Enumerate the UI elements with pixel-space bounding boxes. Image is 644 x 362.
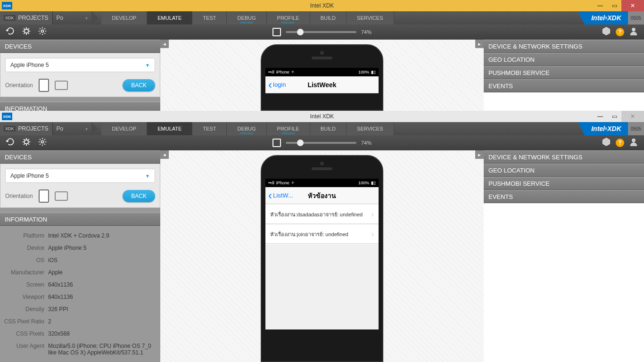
phone-status-bar: ••ılliPhoneᯤ 100%▮▯ <box>265 179 379 187</box>
maximize-button[interactable]: ▭ <box>607 0 621 11</box>
device-select[interactable]: Apple iPhone 5 ▼ <box>5 58 155 72</box>
orientation-landscape-button[interactable] <box>55 191 68 201</box>
info-row: Viewport640x1136 <box>3 291 157 303</box>
info-row: DeviceApple iPhone 5 <box>3 242 157 254</box>
list-item[interactable]: หัวเรื่องงาน:dsadadasอาจารย์: undefined <box>265 205 379 224</box>
app-back-link[interactable]: ListW... <box>265 189 296 202</box>
right-panel-events[interactable]: EVENTS <box>484 190 644 203</box>
info-row: OSiOS <box>3 254 157 266</box>
user-icon[interactable] <box>629 26 638 38</box>
devices-panel-header[interactable]: DEVICES <box>0 150 160 164</box>
device-emulator: ••ılliPhoneᯤ 100%▮▯ login ListWeek <box>261 44 383 111</box>
chevron-down-icon: ▼ <box>145 63 150 68</box>
orientation-label: Orientation <box>5 82 33 89</box>
right-panel-geo-location[interactable]: GEO LOCATION <box>484 53 644 66</box>
orientation-landscape-button[interactable] <box>55 81 68 90</box>
device-selected-value: Apple iPhone 5 <box>10 62 49 68</box>
info-row: CSS Pixel Ratio2 <box>3 315 157 328</box>
brand-logo: Intel® XDK <box>585 122 628 135</box>
collapse-right-icon[interactable]: ▸ <box>475 40 484 48</box>
svg-point-5 <box>632 139 636 142</box>
back-button[interactable]: BACK <box>123 190 155 202</box>
tab-emulate[interactable]: EMULATE <box>147 122 192 135</box>
projects-tab[interactable]: XDK PROJECTS <box>0 122 53 135</box>
projects-label: PROJECTS <box>18 125 49 132</box>
brand-version: 0505 <box>628 122 644 135</box>
debug-icon[interactable] <box>22 137 31 148</box>
xdk-badge: XDK <box>4 15 16 21</box>
zoom-slider[interactable] <box>286 31 356 33</box>
back-button[interactable]: BACK <box>123 79 155 91</box>
app-icon: XDK <box>2 113 12 120</box>
tab-test[interactable]: TEST <box>192 122 227 135</box>
minimize-button[interactable]: — <box>593 0 607 11</box>
tab-profile[interactable]: PROFILEPREVIEW <box>267 122 310 135</box>
info-row: ManufacturerApple <box>3 266 157 279</box>
orientation-label: Orientation <box>5 193 33 199</box>
info-row: Screen640x1136 <box>3 279 157 291</box>
list-item[interactable]: หัวเรื่องงาน:joinอาจารย์: undefined <box>265 225 379 244</box>
close-button[interactable]: ✕ <box>621 111 644 122</box>
right-panel-pushmobi-service[interactable]: PUSHMOBI SERVICE <box>484 177 644 190</box>
tab-profile[interactable]: PROFILEPREVIEW <box>267 11 310 25</box>
zoom-value: 74% <box>361 29 372 35</box>
tab-build[interactable]: BUILD <box>310 11 347 25</box>
package-icon[interactable] <box>602 26 611 38</box>
svg-point-1 <box>41 30 44 33</box>
tab-build[interactable]: BUILD <box>310 122 347 135</box>
device-selected-value: Apple iPhone 5 <box>10 173 49 179</box>
debug-icon[interactable] <box>22 26 31 38</box>
help-icon[interactable]: ? <box>616 28 624 36</box>
screen-fit-icon[interactable] <box>272 139 281 147</box>
information-panel-header[interactable]: INFORMATION <box>0 213 160 226</box>
tab-services[interactable]: SERVICES <box>347 122 394 135</box>
settings-icon[interactable] <box>38 137 47 148</box>
right-panel-pushmobi-service[interactable]: PUSHMOBI SERVICE <box>484 66 644 79</box>
brand-version: 0505 <box>628 11 644 25</box>
tab-develop[interactable]: DEVELOP <box>101 11 147 25</box>
devices-panel-header[interactable]: DEVICES <box>0 40 160 53</box>
main-tabbar: XDK PROJECTS Po DEVELOPEMULATETESTDEBUGP… <box>0 11 644 25</box>
package-icon[interactable] <box>602 137 611 148</box>
tab-develop[interactable]: DEVELOP <box>101 122 147 135</box>
right-panel-device-network-settings[interactable]: DEVICE & NETWORK SETTINGS <box>484 150 644 164</box>
close-button[interactable]: ✕ <box>621 0 644 11</box>
orientation-portrait-button[interactable] <box>39 189 49 203</box>
orientation-portrait-button[interactable] <box>39 79 49 92</box>
maximize-button[interactable]: ▭ <box>607 111 621 122</box>
right-panel-events[interactable]: EVENTS <box>484 79 644 92</box>
minimize-button[interactable]: — <box>593 111 607 122</box>
tab-test[interactable]: TEST <box>192 11 227 25</box>
brand-logo: Intel® XDK <box>585 11 628 25</box>
help-icon[interactable]: ? <box>616 139 624 147</box>
chevron-down-icon: ▼ <box>145 173 150 179</box>
reload-icon[interactable] <box>6 137 15 148</box>
project-selector[interactable]: Po <box>53 122 92 135</box>
information-panel-header[interactable]: INFORMATION <box>0 102 160 111</box>
svg-point-4 <box>41 141 44 143</box>
collapse-right-icon[interactable]: ▸ <box>475 150 484 159</box>
project-selector[interactable]: Po <box>53 11 92 25</box>
collapse-left-icon[interactable]: ◂ <box>160 150 169 159</box>
main-tabbar: XDK PROJECTS Po DEVELOPEMULATETESTDEBUGP… <box>0 122 644 135</box>
app-title: หัวข้องาน <box>308 190 336 201</box>
window-title: Intel XDK <box>310 2 334 9</box>
right-panel-geo-location[interactable]: GEO LOCATION <box>484 164 644 177</box>
tab-debug[interactable]: DEBUGPREVIEW <box>227 122 266 135</box>
window-titlebar: XDK Intel XDK — ▭ ✕ <box>0 111 644 122</box>
projects-tab[interactable]: XDK PROJECTS <box>0 11 53 25</box>
tab-emulate[interactable]: EMULATE <box>147 11 192 25</box>
reload-icon[interactable] <box>6 26 15 38</box>
settings-icon[interactable] <box>38 26 47 38</box>
app-back-link[interactable]: login <box>265 78 289 91</box>
device-select[interactable]: Apple iPhone 5 ▼ <box>5 169 155 183</box>
svg-point-2 <box>632 28 636 31</box>
tab-services[interactable]: SERVICES <box>347 11 394 25</box>
screen-fit-icon[interactable] <box>272 28 281 36</box>
zoom-slider[interactable] <box>286 142 356 144</box>
right-panel-device-network-settings[interactable]: DEVICE & NETWORK SETTINGS <box>484 40 644 53</box>
collapse-left-icon[interactable]: ◂ <box>160 40 169 48</box>
tab-debug[interactable]: DEBUGPREVIEW <box>227 11 266 25</box>
device-emulator: ••ılliPhoneᯤ 100%▮▯ ListW... หัวข้องาน ห… <box>261 155 383 362</box>
user-icon[interactable] <box>629 137 638 148</box>
